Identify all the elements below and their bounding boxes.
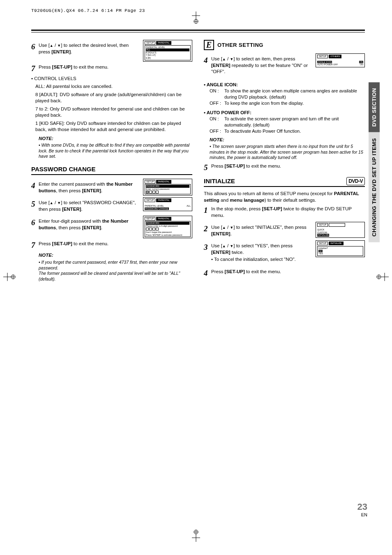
pw-step-6: 6 (31, 219, 39, 226)
note2-title: NOTE: (39, 252, 192, 259)
osd-initialize-confirm: SETUPINITIALIZE Initialize? NO YES (316, 240, 365, 257)
step-number-6: 6 (31, 43, 39, 51)
init-step-1: 1 (204, 206, 211, 214)
initialize-intro: This allows you to return all items of S… (204, 191, 365, 203)
pw-step7-text: Press [SET-UP] to exit the menu. (39, 241, 192, 247)
init-step1-text: In the stop mode, press [SET-UP] twice t… (211, 206, 365, 219)
osd-others: SETUPOTHERS ANGLE ICONON AUTO POWER OFFO… (316, 53, 365, 67)
step-number-7: 7 (31, 64, 39, 72)
init-step3-text: Use [ / ] to select "YES", then press [E… (211, 243, 312, 263)
apo-off: To deactivate Auto Power Off function. (224, 128, 301, 134)
other-step-5: 5 (204, 164, 211, 171)
osd-parental-level: SETUPPARENTAL PARENTAL LEVEL ALL 8 [ADUL… (143, 40, 192, 62)
init-step-4: 4 (204, 269, 211, 277)
apo-heading: • AUTO POWER OFF: (204, 110, 365, 116)
note1-title: NOTE: (39, 136, 192, 142)
apo-on: To activate the screen saver program and… (224, 116, 365, 128)
side-tab-dvd-section: DVD SECTION (369, 82, 380, 132)
osd-password-change-menu: SETUPPARENTAL PARENTAL LEVELALL PASSWORD… (143, 197, 192, 211)
password-change-heading: PASSWORD CHANGE (31, 165, 192, 175)
pw-step-5: 5 (31, 200, 39, 208)
angle-off-term: OFF : (210, 100, 224, 106)
angle-on-term: ON : (210, 88, 224, 100)
page-number: 23 EN (357, 502, 367, 517)
initialize-heading: INITIALIZE DVD-V (204, 177, 365, 187)
init-step-2: 2 (204, 225, 211, 233)
side-tab-changing: CHANGING THE DVD SET UP ITEMS (369, 132, 380, 242)
pw-step5-text: Use [ / ] to select "PASSWORD CHANGE", t… (39, 200, 140, 212)
pw-step-7: 7 (31, 241, 39, 249)
left-column: 6 Use [ / ] to select the desired level,… (31, 40, 192, 282)
cl-all: ALL: All parental locks are cancelled. (35, 83, 192, 90)
pw-step4-text: Enter the current password with the Numb… (39, 181, 140, 194)
other-setting-title: E OTHER SETTING (204, 40, 365, 50)
other-step4-text: Use [ / ] to select an item, then press … (211, 56, 312, 75)
angle-off: To keep the angle icon from the display. (224, 100, 304, 106)
print-header: T9206UG(EN).QX4 06.7.24 6:14 PM Page 23 (31, 8, 384, 13)
control-levels-heading: • CONTROL LEVELS (31, 76, 192, 82)
apo-off-term: OFF : (210, 128, 224, 134)
angle-icon-heading: • ANGLE ICON: (204, 82, 365, 88)
note2-body2: The former password will be cleared and … (39, 271, 192, 282)
right-note-title: NOTE: (210, 137, 365, 143)
note1-body: • With some DVDs, it may be difficult to… (39, 143, 192, 159)
note2-body1: • If you forget the current password, en… (39, 260, 192, 271)
pw-step6-text: Enter four-digit password with the Numbe… (39, 218, 140, 231)
pw-step-4: 4 (31, 182, 39, 189)
dvd-v-logo: DVD-V (346, 177, 365, 185)
other-step-4: 4 (204, 56, 211, 64)
side-tabs: DVD SECTION CHANGING THE DVD SET UP ITEM… (369, 82, 380, 242)
cl-8: 8 [ADULT]: DVD software of any grade (ad… (35, 92, 192, 104)
right-note-body: • The screen saver program starts when t… (210, 144, 365, 161)
cl-7to2: 7 to 2: Only DVD software intended for g… (35, 106, 192, 119)
init-step-3: 3 (204, 243, 211, 251)
cl-1: 1 [KID SAFE]: Only DVD software intended… (35, 120, 192, 133)
letter-e-box: E (204, 40, 214, 50)
step7-text: Press [SET-UP] to exit the menu. (39, 64, 192, 71)
top-rules (31, 30, 365, 32)
osd-password-enter: SETUPPARENTAL PASSWORD Enter current pas… (143, 179, 192, 196)
apo-on-term: ON : (210, 116, 224, 128)
osd-setup-initialize: SETUP QUICK CUSTOM INITIALIZE (316, 222, 365, 237)
osd-password-new: SETUPPARENTAL PASSWORD Please enter a 4-… (143, 216, 192, 238)
init-step2-text: Use [ / ] to select "INITIALIZE", then p… (211, 224, 312, 237)
step6-text: Use [ / ] to select the desired level, t… (39, 42, 140, 55)
init-step4-text: Press [SET-UP] to exit the menu. (211, 269, 365, 275)
other-step5-text: Press [SET-UP] to exit the menu. (211, 163, 365, 170)
right-column: E OTHER SETTING 4 Use [ / ] to select an… (204, 40, 365, 282)
angle-on: To show the angle icon when multiple cam… (224, 88, 365, 100)
